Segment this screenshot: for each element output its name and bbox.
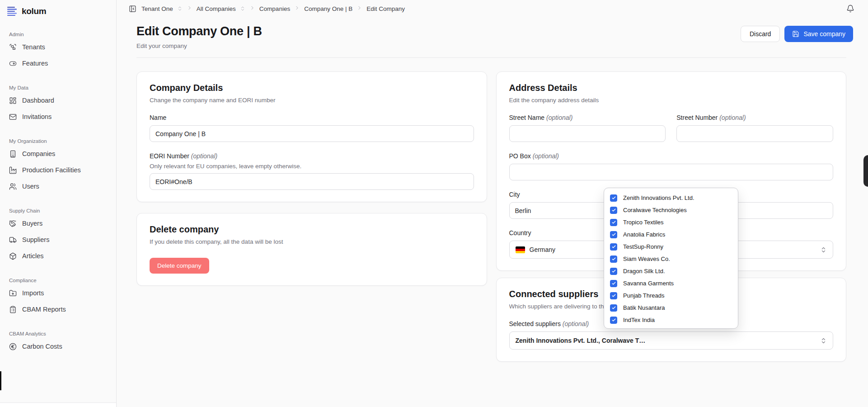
selected-suppliers-label: Selected suppliers (optional)	[509, 320, 589, 327]
supplier-option[interactable]: Zenith Innovations Pvt. Ltd.	[604, 192, 738, 204]
discard-button[interactable]: Discard	[741, 26, 780, 42]
sidebar-section-my-data: My Data Dashboard Invitations	[5, 85, 111, 125]
save-button-label: Save company	[803, 30, 845, 38]
supplier-option[interactable]: Punjab Threads	[604, 289, 738, 302]
delete-company-card: Delete company If you delete this compan…	[136, 213, 487, 286]
section-label: Admin	[5, 32, 111, 37]
sidebar-item-carbon-costs[interactable]: Carbon Costs	[5, 338, 111, 355]
suppliers-dropdown: Zenith Innovations Pvt. Ltd. Coralwave T…	[604, 188, 738, 329]
sidebar-item-label: Companies	[22, 150, 55, 157]
left-edge-strip	[0, 371, 1, 390]
sidebar-item-label: Users	[22, 183, 39, 190]
save-company-button[interactable]: Save company	[784, 26, 853, 42]
section-label: CBAM Analytics	[5, 331, 111, 336]
checkbox-checked[interactable]	[610, 317, 617, 324]
supplier-option[interactable]: Savanna Garments	[604, 277, 738, 289]
section-label: Compliance	[5, 278, 111, 283]
section-label: My Data	[5, 85, 111, 90]
sidebar-item-companies[interactable]: Companies	[5, 146, 111, 162]
sidebar-item-cbam-reports[interactable]: CBAM Reports	[5, 301, 111, 317]
edge-widget-handle[interactable]	[863, 155, 868, 187]
street-number-input[interactable]	[676, 125, 833, 142]
sidebar-toggle-button[interactable]	[128, 4, 137, 14]
checkbox-checked[interactable]	[610, 219, 617, 226]
brand-name: kolum	[22, 6, 46, 16]
optional-hint: (optional)	[546, 114, 572, 121]
sidebar-item-label: Articles	[22, 252, 44, 260]
mail-icon	[9, 113, 17, 121]
sidebar-item-imports[interactable]: Imports	[5, 285, 111, 301]
sidebar-item-buyers[interactable]: Buyers	[5, 215, 111, 232]
section-label: Supply Chain	[5, 208, 111, 213]
sidebar-item-suppliers[interactable]: Suppliers	[5, 232, 111, 248]
sidebar-item-users[interactable]: Users	[5, 178, 111, 194]
clipboard-icon	[9, 306, 17, 313]
delete-company-button[interactable]: Delete company	[150, 258, 209, 274]
breadcrumb-company-one-b[interactable]: Company One | B	[304, 5, 352, 12]
eori-number-input[interactable]	[150, 173, 474, 190]
left-column: Company Details Change the company name …	[136, 71, 487, 286]
package-icon	[9, 252, 17, 260]
tenant-switcher-icon[interactable]	[177, 6, 183, 11]
sidebar-item-invitations[interactable]: Invitations	[5, 109, 111, 125]
sidebar-item-production-facilities[interactable]: Production Facilities	[5, 162, 111, 178]
supplier-option[interactable]: Anatolia Fabrics	[604, 228, 738, 241]
country-label: Country	[509, 229, 531, 237]
optional-hint: (optional)	[191, 152, 217, 160]
topbar: Tenant One All Companies Companies Compa…	[117, 0, 868, 17]
sidebar-item-label: Dashboard	[22, 97, 54, 104]
sidebar-item-articles[interactable]: Articles	[5, 248, 111, 264]
chevrons-up-down-icon	[820, 337, 827, 344]
sidebar-section-supply-chain: Supply Chain Buyers Suppliers Articles	[5, 208, 111, 264]
sidebar-item-features[interactable]: Features	[5, 55, 111, 71]
sidebar-item-label: CBAM Reports	[22, 306, 66, 313]
checkbox-checked[interactable]	[610, 280, 617, 287]
company-name-input[interactable]	[150, 125, 474, 142]
sidebar-footer	[0, 402, 116, 407]
supplier-option[interactable]: IndTex India	[604, 314, 738, 326]
sidebar-section-compliance: Compliance Imports CBAM Reports	[5, 278, 111, 317]
sidebar-item-dashboard[interactable]: Dashboard	[5, 92, 111, 109]
supplier-option[interactable]: Siam Weaves Co.	[604, 253, 738, 265]
sidebar-item-label: Production Facilities	[22, 166, 81, 174]
company-switcher-icon[interactable]	[240, 6, 245, 11]
selected-suppliers-select[interactable]: Zenith Innovations Pvt. Ltd., Coralwave …	[509, 331, 834, 350]
notifications-button[interactable]	[846, 5, 854, 13]
supplier-option[interactable]: Dragon Silk Ltd.	[604, 265, 738, 277]
supplier-option[interactable]: Batik Nusantara	[604, 302, 738, 314]
sidebar-item-tenants[interactable]: Tenants	[5, 39, 111, 55]
bell-icon	[846, 5, 854, 13]
checkbox-checked[interactable]	[610, 256, 617, 263]
sidebar-item-label: Imports	[22, 289, 44, 297]
checkbox-checked[interactable]	[610, 231, 617, 238]
card-title: Delete company	[150, 224, 474, 235]
checkbox-checked[interactable]	[610, 304, 617, 312]
breadcrumb-edit-company[interactable]: Edit Company	[366, 5, 405, 12]
sidebar-item-label: Suppliers	[22, 236, 49, 243]
sidebar-item-label: Buyers	[22, 220, 42, 227]
sidebar-section-admin: Admin Tenants Features	[5, 32, 111, 71]
euro-circle-icon	[9, 343, 17, 350]
card-title: Address Details	[509, 83, 834, 93]
supplier-option[interactable]: Coralwave Technologies	[604, 204, 738, 216]
optional-hint: (optional)	[533, 152, 559, 160]
checkbox-checked[interactable]	[610, 292, 617, 299]
breadcrumb-all-companies[interactable]: All Companies	[197, 5, 236, 12]
sidebar-section-my-organization: My Organization Companies Production Fac…	[5, 138, 111, 194]
checkbox-checked[interactable]	[610, 194, 617, 202]
checkbox-checked[interactable]	[610, 243, 617, 251]
country-value: Germany	[530, 246, 556, 253]
supplier-option[interactable]: Tropico Textiles	[604, 216, 738, 228]
street-number-label: Street Number (optional)	[676, 114, 746, 121]
save-icon	[792, 30, 799, 38]
company-details-card: Company Details Change the company name …	[136, 71, 487, 202]
checkbox-checked[interactable]	[610, 207, 617, 214]
street-name-input[interactable]	[509, 125, 666, 142]
breadcrumb-tenant[interactable]: Tenant One	[141, 5, 173, 12]
checkbox-checked[interactable]	[610, 268, 617, 275]
supplier-option[interactable]: TestSup-Ronny	[604, 241, 738, 253]
optional-hint: (optional)	[719, 114, 746, 121]
po-box-input[interactable]	[509, 164, 834, 180]
breadcrumb-companies[interactable]: Companies	[259, 5, 290, 12]
brand-logo: kolum	[0, 0, 116, 20]
